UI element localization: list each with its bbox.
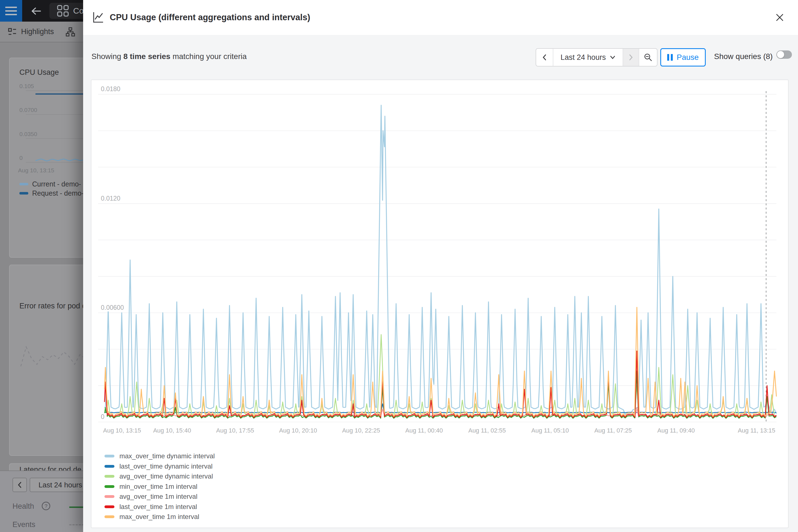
y-axis-label: 0.0180 bbox=[101, 86, 122, 93]
mini-legend-item[interactable]: Current - demo- bbox=[19, 180, 81, 188]
x-axis-label: Aug 11, 09:40 bbox=[657, 427, 695, 434]
legend-item[interactable]: last_over_time dynamic interval bbox=[104, 462, 212, 470]
mini-y-label: 0 bbox=[19, 155, 23, 161]
legend-label: avg_over_time 1m interval bbox=[119, 493, 197, 500]
zoom-out-icon bbox=[644, 53, 652, 62]
timeseries-chart[interactable] bbox=[92, 80, 788, 528]
legend-swatch bbox=[104, 455, 114, 457]
cpu-mini-xlabel: Aug 10, 13:15 bbox=[18, 167, 54, 174]
x-axis-label: Aug 11, 13:15 bbox=[738, 427, 775, 434]
mini-legend-swatch bbox=[19, 183, 28, 185]
mini-legend-label: Current - demo- bbox=[32, 180, 81, 188]
mini-legend-label: Request - demo- bbox=[32, 189, 83, 197]
x-axis-label: Aug 10, 22:25 bbox=[342, 427, 380, 434]
events-label: Events bbox=[13, 520, 36, 529]
legend-swatch bbox=[104, 515, 114, 518]
legend-item[interactable]: avg_over_time dynamic interval bbox=[104, 472, 213, 480]
chevron-left-icon bbox=[541, 54, 548, 61]
y-axis-label: 0.00600 bbox=[101, 304, 126, 311]
footer-bar: Last 24 hours Health ? Events bbox=[0, 471, 83, 532]
x-axis-label: Aug 11, 02:55 bbox=[468, 427, 506, 434]
current-line bbox=[36, 159, 83, 161]
mini-y-label: 0.0700 bbox=[19, 107, 37, 113]
legend-label: max_over_time dynamic interval bbox=[119, 452, 215, 460]
dashboard-content: CPU Usage 0.1050.07000.03500 Aug 10, 13:… bbox=[0, 43, 83, 471]
latency-card-title: Latency for pod de bbox=[19, 466, 81, 471]
tab-highlights[interactable]: Highlights bbox=[21, 27, 54, 36]
timeframe-next-button[interactable] bbox=[623, 49, 639, 66]
pause-icon bbox=[667, 54, 673, 61]
legend-swatch bbox=[104, 506, 114, 508]
x-axis-label: Aug 10, 13:15 bbox=[103, 427, 141, 434]
x-axis-label: Aug 10, 20:10 bbox=[279, 427, 317, 434]
chevron-left-icon bbox=[17, 481, 23, 489]
tab-strip: Highlights bbox=[0, 22, 83, 42]
latency-card-clipped[interactable]: Latency for pod de bbox=[0, 463, 83, 471]
modal-header: CPU Usage (different aggregations and in… bbox=[83, 0, 798, 35]
legend-label: min_over_time 1m interval bbox=[119, 483, 197, 491]
line-chart-icon bbox=[92, 11, 104, 24]
close-button[interactable] bbox=[774, 12, 786, 24]
legend-swatch bbox=[104, 475, 114, 478]
pause-button[interactable]: Pause bbox=[660, 48, 706, 66]
legend-swatch bbox=[104, 495, 114, 498]
x-axis-label: Aug 10, 17:55 bbox=[216, 427, 254, 434]
chart-panel: 0.01800.01200.006000 Aug 10, 13:15Aug 10… bbox=[91, 79, 788, 528]
error-sparkline bbox=[10, 329, 83, 384]
mini-legend-item[interactable]: Request - demo- bbox=[19, 189, 83, 197]
legend-label: last_over_time 1m interval bbox=[119, 503, 197, 511]
toggle-knob bbox=[777, 51, 784, 58]
app-switcher-button[interactable]: Co bbox=[49, 3, 83, 19]
legend-item[interactable]: max_over_time dynamic interval bbox=[104, 452, 215, 460]
show-queries-toggle[interactable] bbox=[776, 51, 792, 59]
modal-title: CPU Usage (different aggregations and in… bbox=[110, 13, 310, 22]
cpu-card-title: CPU Usage bbox=[19, 68, 59, 77]
cpu-usage-card[interactable]: CPU Usage 0.1050.07000.03500 Aug 10, 13:… bbox=[9, 58, 83, 258]
mini-y-label: 0.105 bbox=[19, 83, 34, 90]
show-queries-label: Show queries (8) bbox=[714, 52, 773, 61]
legend-swatch bbox=[104, 485, 114, 488]
hamburger-icon bbox=[5, 7, 17, 8]
grid-apps-icon bbox=[57, 4, 69, 17]
top-app-bar: Co bbox=[0, 0, 83, 22]
health-sparkline bbox=[69, 507, 83, 508]
events-sparkline bbox=[69, 524, 83, 525]
series-max_over_time-dynamic-interval bbox=[104, 105, 776, 415]
mini-legend-swatch bbox=[19, 192, 28, 194]
error-card-title: Error rates for pod d bbox=[19, 302, 83, 310]
close-icon bbox=[775, 13, 784, 22]
x-axis-label: Aug 10, 15:40 bbox=[153, 427, 191, 434]
timeframe-prev-button[interactable] bbox=[536, 49, 553, 66]
x-axis-label: Aug 11, 07:25 bbox=[594, 427, 632, 434]
error-rates-card[interactable]: Error rates for pod d bbox=[9, 265, 83, 456]
x-axis-label: Aug 11, 00:40 bbox=[405, 427, 443, 434]
legend-label: last_over_time dynamic interval bbox=[119, 462, 212, 470]
legend-item[interactable]: min_over_time 1m interval bbox=[104, 483, 197, 491]
x-axis-label: Aug 11, 05:10 bbox=[531, 427, 569, 434]
timeframe-dropdown[interactable]: Last 24 hours bbox=[553, 49, 623, 66]
highlights-icon bbox=[8, 27, 17, 36]
chart-modal: CPU Usage (different aggregations and in… bbox=[83, 0, 798, 532]
legend-item[interactable]: max_over_time 1m interval bbox=[104, 513, 199, 521]
y-axis-label: 0 bbox=[101, 413, 107, 421]
back-arrow-icon bbox=[30, 5, 42, 17]
error-sparkline-path bbox=[21, 346, 83, 366]
legend-swatch bbox=[104, 465, 114, 468]
showing-summary: Showing 8 time series matching your crit… bbox=[92, 52, 247, 61]
footer-timeframe-button[interactable]: Last 24 hours bbox=[30, 478, 83, 492]
back-button[interactable] bbox=[30, 5, 42, 17]
help-icon[interactable]: ? bbox=[41, 501, 51, 511]
zoom-out-button[interactable] bbox=[639, 49, 657, 66]
health-label: Health bbox=[13, 502, 34, 511]
background-page: CPU Usage 0.1050.07000.03500 Aug 10, 13:… bbox=[0, 0, 83, 532]
legend-item[interactable]: last_over_time 1m interval bbox=[104, 503, 197, 511]
chevron-down-icon bbox=[610, 55, 615, 59]
app-label: Co bbox=[73, 6, 83, 16]
chevron-right-icon bbox=[628, 54, 634, 61]
timeframe-prev-button[interactable] bbox=[13, 478, 27, 492]
y-axis-label: 0.0120 bbox=[101, 195, 122, 202]
mini-y-label: 0.0350 bbox=[19, 131, 37, 137]
legend-item[interactable]: avg_over_time 1m interval bbox=[104, 493, 197, 500]
hamburger-menu-button[interactable] bbox=[0, 0, 22, 22]
sitemap-icon[interactable] bbox=[66, 27, 75, 37]
